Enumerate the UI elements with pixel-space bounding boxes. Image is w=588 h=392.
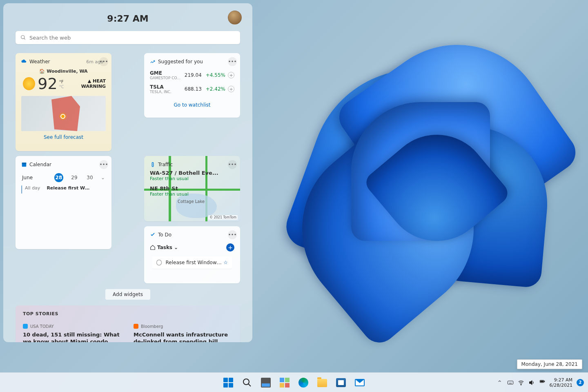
svg-line-9 [248, 384, 251, 386]
start-button[interactable] [220, 374, 236, 391]
todo-list-selector[interactable]: Tasks ⌄ [150, 245, 178, 250]
add-stock-button[interactable]: + [228, 72, 234, 78]
todo-widget[interactable]: ••• To Do Tasks ⌄ + Release first Window… [144, 226, 240, 283]
add-task-button[interactable]: + [226, 243, 234, 252]
svg-rect-18 [544, 381, 544, 381]
search-icon [242, 378, 252, 388]
star-icon[interactable]: ☆ [223, 260, 228, 265]
svg-point-0 [21, 36, 24, 39]
panel-time: 9:27 AM [107, 13, 148, 24]
news-item[interactable]: Bloomberg McConnell wants infrastructure… [134, 324, 233, 342]
search-input[interactable]: Search the web [16, 31, 240, 44]
traffic-road: NE 8th St [150, 185, 234, 192]
stock-row[interactable]: TSLATESLA, INC. 688.13 +2.42% + [150, 84, 234, 94]
svg-rect-3 [22, 163, 27, 164]
calendar-more-button[interactable]: ••• [99, 160, 108, 169]
calendar-day-today[interactable]: 28 [54, 173, 63, 182]
suggested-more-button[interactable]: ••• [228, 57, 237, 66]
add-widgets-button[interactable]: Add widgets [105, 289, 150, 300]
watchlist-link[interactable]: Go to watchlist [150, 102, 234, 108]
stock-row[interactable]: GMEGAMESTOP CO... 219.04 +4.55% + [150, 70, 234, 80]
traffic-status: Faster than usual [150, 192, 234, 197]
todo-checkbox[interactable] [156, 260, 162, 265]
svg-point-16 [521, 384, 521, 385]
volume-icon[interactable] [528, 379, 535, 386]
traffic-title: Traffic [158, 162, 173, 167]
add-stock-button[interactable]: + [228, 86, 234, 92]
edge-taskbar-button[interactable] [295, 374, 312, 391]
todo-icon [150, 232, 156, 238]
edge-icon [298, 378, 308, 388]
calendar-day[interactable]: 30 [85, 173, 94, 182]
traffic-icon [150, 162, 156, 167]
store-icon [336, 378, 346, 387]
calendar-event[interactable]: All day Release first Windows 1... [21, 185, 106, 194]
mail-icon [355, 379, 365, 386]
chevron-down-icon: ⌄ [174, 245, 178, 250]
todo-more-button[interactable]: ••• [228, 230, 237, 239]
suggested-title: Suggested for you [158, 59, 203, 65]
weather-title: Weather [29, 59, 50, 65]
calendar-icon [21, 162, 27, 167]
weather-widget[interactable]: ••• Weather 6m ago 🏠 Woodinville, WA 92 … [16, 53, 111, 151]
calendar-date-row: June 28 29 30 ⌄ [21, 173, 106, 182]
taskbar-clock[interactable]: 9:27 AM 6/28/2021 [550, 377, 572, 388]
folder-icon [317, 379, 327, 387]
weather-temp: 92 [38, 75, 57, 93]
calendar-title: Calendar [29, 162, 51, 167]
svg-point-6 [152, 164, 153, 165]
weather-units: °F°C [59, 80, 64, 89]
stocks-icon [150, 59, 156, 65]
source-icon [134, 324, 138, 329]
keyboard-icon[interactable] [507, 379, 514, 386]
date-tooltip: Monday, June 28, 2021 [517, 359, 582, 369]
calendar-widget[interactable]: ••• Calendar June 28 29 30 ⌄ All day Rel… [16, 156, 111, 249]
home-icon [150, 245, 156, 250]
calendar-day[interactable]: 29 [70, 173, 79, 182]
task-view-icon [261, 378, 271, 388]
svg-point-7 [152, 165, 153, 166]
notification-badge[interactable]: 2 [577, 379, 584, 386]
search-icon [20, 35, 26, 40]
svg-line-1 [24, 38, 25, 40]
traffic-status: Faster than usual [150, 176, 234, 181]
tray-chevron-icon[interactable]: ^ [497, 379, 503, 386]
weather-map [21, 96, 106, 131]
weather-warning: ▲ HEAT WARNING [64, 78, 106, 89]
search-placeholder: Search the web [29, 35, 71, 41]
map-copyright: © 2021 TomTom [208, 215, 238, 220]
taskbar-search-button[interactable] [239, 374, 255, 391]
wifi-icon[interactable] [518, 379, 524, 386]
widgets-taskbar-button[interactable] [276, 374, 293, 391]
svg-point-8 [243, 379, 249, 385]
chevron-down-icon[interactable]: ⌄ [101, 175, 105, 180]
top-stories-widget[interactable]: TOP STORIES USA TODAY 10 dead, 151 still… [16, 305, 240, 342]
source-icon [23, 324, 28, 329]
battery-icon[interactable] [539, 379, 546, 386]
todo-item[interactable]: Release first Windows 11... ☆ [152, 256, 232, 269]
widgets-panel: 9:27 AM Search the web ••• Weather 6m ag… [3, 3, 252, 342]
explorer-taskbar-button[interactable] [314, 374, 330, 391]
user-avatar[interactable] [228, 11, 242, 24]
see-forecast-link[interactable]: See full forecast [21, 134, 106, 140]
traffic-widget[interactable]: Cottage Lake ••• Traffic WA-527 / Bothel… [144, 156, 240, 221]
weather-location: 🏠 Woodinville, WA [21, 69, 106, 74]
suggested-widget[interactable]: ••• Suggested for you GMEGAMESTOP CO... … [144, 53, 240, 118]
weather-icon [21, 59, 27, 65]
weather-more-button[interactable]: ••• [99, 57, 108, 66]
traffic-road: WA-527 / Bothell Eve... [150, 170, 234, 176]
task-view-button[interactable] [258, 374, 274, 391]
svg-rect-19 [540, 381, 543, 382]
todo-title: To Do [158, 232, 172, 238]
svg-point-5 [152, 163, 153, 164]
top-stories-title: TOP STORIES [23, 311, 233, 316]
news-item[interactable]: USA TODAY 10 dead, 151 still missing: Wh… [23, 324, 122, 342]
store-taskbar-button[interactable] [333, 374, 349, 391]
mail-taskbar-button[interactable] [352, 374, 368, 391]
svg-rect-10 [508, 381, 513, 384]
sun-icon [23, 77, 35, 90]
taskbar: ^ 9:27 AM 6/28/2021 2 [0, 372, 588, 392]
